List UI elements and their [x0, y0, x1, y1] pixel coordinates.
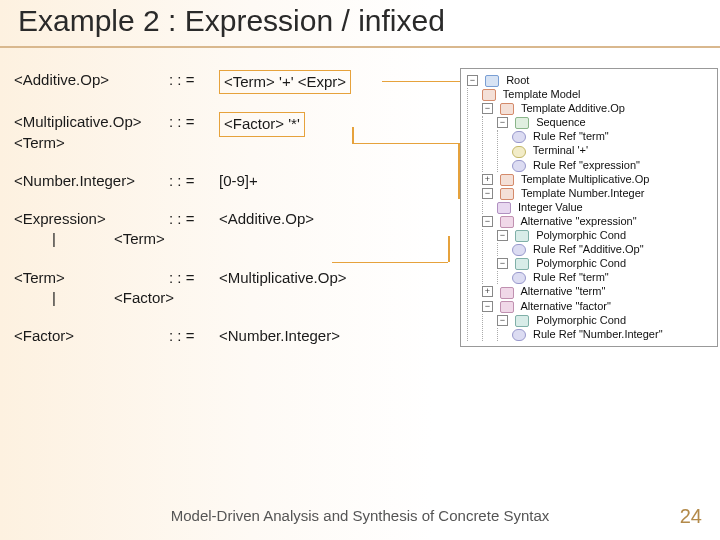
lhs: <Number.Integer> [14, 171, 169, 191]
node-label: Polymorphic Cond [536, 229, 626, 241]
collapse-icon[interactable]: − [482, 188, 493, 199]
collapse-icon[interactable]: − [497, 230, 508, 241]
collapse-icon[interactable]: − [467, 75, 478, 86]
tree-node[interactable]: Rule Ref "Additive.Op" [512, 243, 713, 256]
collapse-icon[interactable]: − [497, 258, 508, 269]
tree-node[interactable]: + Alternative "term" [482, 285, 713, 298]
tree-node[interactable]: Rule Ref "term" [512, 271, 713, 284]
lhs: <Factor> [14, 326, 169, 346]
polymorphic-icon [515, 230, 529, 242]
tree-node[interactable]: Integer Value [497, 201, 713, 214]
assign-op: : : = [169, 268, 219, 288]
node-label: Rule Ref "expression" [533, 159, 640, 171]
assign-op: : : = [169, 326, 219, 346]
template-icon [482, 89, 496, 101]
collapse-icon[interactable]: − [482, 301, 493, 312]
tree-panel: − Root Template Model − Template Additiv… [460, 68, 718, 347]
tree-node[interactable]: Template Model [482, 88, 713, 101]
node-label: Template Model [503, 88, 581, 100]
lhs: <Expression> [14, 209, 169, 229]
page-number: 24 [680, 505, 702, 528]
expand-icon[interactable]: + [482, 286, 493, 297]
rule-ref-icon [512, 131, 526, 143]
collapse-icon[interactable]: − [482, 216, 493, 227]
lhs-line1: <Multiplicative.Op> [14, 113, 142, 130]
tree-node[interactable]: − Alternative "expression" − Polymorphic… [482, 215, 713, 284]
node-label: Root [506, 74, 529, 86]
alt-pipe: | [14, 288, 94, 308]
rule-additive: <Additive.Op> : : = <Term> '+' <Expr> [14, 70, 454, 94]
connector-line [352, 143, 458, 144]
rhs-alt2: <Term> [94, 229, 454, 249]
node-label: Alternative "term" [521, 285, 606, 297]
root-icon [485, 75, 499, 87]
tree-node[interactable]: Rule Ref "term" [512, 130, 713, 143]
connector-line [448, 236, 450, 262]
boxed-rhs: <Factor> '*' [219, 112, 305, 136]
tree-node[interactable]: − Sequence Rule Ref "term" [497, 116, 713, 171]
tree-node[interactable]: − Polymorphic Cond Rule Ref "Number.Inte… [497, 314, 713, 341]
tree-node[interactable]: − Polymorphic Cond Rule Ref "term" [497, 257, 713, 284]
node-label: Rule Ref "Additive.Op" [533, 243, 644, 255]
tree-root[interactable]: − Root Template Model − Template Additiv… [467, 74, 713, 341]
assign-op: : : = [169, 70, 219, 90]
node-label: Polymorphic Cond [536, 314, 626, 326]
rule-term: <Term> : : = <Multiplicative.Op> | <Fact… [14, 268, 454, 309]
sequence-icon [515, 117, 529, 129]
rhs: [0-9]+ [219, 171, 454, 191]
alt-pipe: | [14, 229, 94, 249]
tree-node[interactable]: − Template Additive.Op − Sequence [482, 102, 713, 171]
rule-ref-icon [512, 160, 526, 172]
slide-title: Example 2 : Expression / infixed [18, 4, 445, 38]
tree-node[interactable]: − Template Number.Integer Integer Value [482, 187, 713, 214]
footer-text: Model-Driven Analysis and Synthesis of C… [0, 507, 720, 524]
polymorphic-icon [515, 258, 529, 270]
tree-node[interactable]: − Alternative "factor" − Polymorphic Con… [482, 300, 713, 341]
grammar-block: <Additive.Op> : : = <Term> '+' <Expr> <M… [14, 70, 454, 364]
node-label: Alternative "expression" [521, 215, 637, 227]
rule-multiplicative: <Multiplicative.Op> <Term> : : = <Factor… [14, 112, 454, 153]
alternative-icon [500, 287, 514, 299]
rule-ref-icon [512, 329, 526, 341]
rule-number-integer: <Number.Integer> : : = [0-9]+ [14, 171, 454, 191]
template-icon [500, 103, 514, 115]
rule-factor: <Factor> : : = <Number.Integer> [14, 326, 454, 346]
integer-icon [497, 202, 511, 214]
lhs: <Additive.Op> [14, 70, 169, 90]
template-icon [500, 188, 514, 200]
rule-expression: <Expression> : : = <Additive.Op> | <Term… [14, 209, 454, 250]
node-label: Rule Ref "term" [533, 271, 609, 283]
lhs-line2: <Term> [14, 134, 65, 151]
rhs-alt1: <Additive.Op> [219, 209, 454, 229]
title-underline [0, 46, 720, 48]
rhs-alt1: <Multiplicative.Op> [219, 268, 454, 288]
node-label: Template Number.Integer [521, 187, 645, 199]
rule-ref-icon [512, 244, 526, 256]
node-label: Sequence [536, 116, 586, 128]
collapse-icon[interactable]: − [482, 103, 493, 114]
connector-line [332, 262, 448, 263]
assign-op: : : = [169, 171, 219, 191]
expand-icon[interactable]: + [482, 174, 493, 185]
node-label: Rule Ref "Number.Integer" [533, 328, 662, 340]
slide: Example 2 : Expression / infixed <Additi… [0, 0, 720, 540]
node-label: Alternative "factor" [521, 300, 611, 312]
connector-line [352, 127, 354, 143]
tree-node[interactable]: + Template Multiplicative.Op [482, 173, 713, 186]
polymorphic-icon [515, 315, 529, 327]
rhs-alt2: <Factor> [94, 288, 454, 308]
boxed-rhs: <Term> '+' <Expr> [219, 70, 351, 94]
tree-node[interactable]: Rule Ref "Number.Integer" [512, 328, 713, 341]
lhs: <Term> [14, 268, 169, 288]
node-label: Template Additive.Op [521, 102, 625, 114]
collapse-icon[interactable]: − [497, 117, 508, 128]
tree-node[interactable]: Terminal '+' [512, 144, 713, 157]
alternative-icon [500, 301, 514, 313]
template-icon [500, 174, 514, 186]
tree-node[interactable]: − Polymorphic Cond Rule Ref "Additive.Op… [497, 229, 713, 256]
rule-ref-icon [512, 272, 526, 284]
node-label: Template Multiplicative.Op [521, 173, 649, 185]
collapse-icon[interactable]: − [497, 315, 508, 326]
tree-node[interactable]: Rule Ref "expression" [512, 159, 713, 172]
assign-op: : : = [169, 112, 219, 132]
